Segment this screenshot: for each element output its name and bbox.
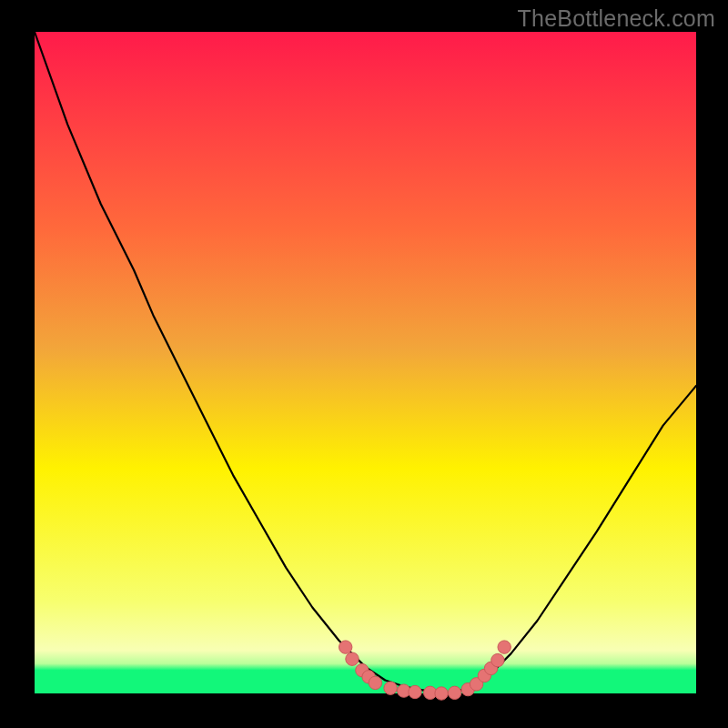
curve-marker xyxy=(369,676,381,689)
curve-marker xyxy=(435,687,448,700)
watermark-text: TheBottleneck.com xyxy=(518,5,715,32)
curve-marker xyxy=(448,686,460,699)
curve-marker xyxy=(491,653,504,666)
bottleneck-curve-chart xyxy=(0,0,728,728)
curve-marker xyxy=(346,652,359,665)
svg-rect-0 xyxy=(35,32,696,693)
chart-frame: TheBottleneck.com xyxy=(0,0,728,728)
curve-marker xyxy=(409,685,421,698)
curve-marker xyxy=(384,682,397,694)
curve-marker xyxy=(339,641,352,653)
curve-marker xyxy=(498,641,511,653)
